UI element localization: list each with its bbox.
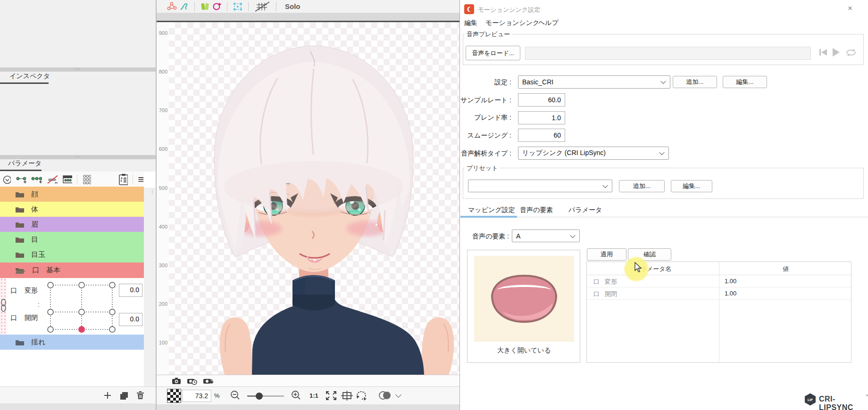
ruler-tick: 200 — [157, 301, 167, 307]
group-row-eye[interactable]: 目 — [0, 232, 144, 247]
rotate-view-icon[interactable] — [355, 391, 367, 401]
folder-icon — [15, 339, 25, 346]
keyform-editor-icon[interactable] — [62, 175, 72, 184]
trash-icon[interactable] — [136, 391, 144, 400]
tab-audio-elements[interactable]: 音声の要素 — [520, 206, 553, 214]
collapse-all-icon[interactable] — [3, 175, 11, 184]
smoothing-field[interactable]: 60 — [518, 129, 565, 142]
blend-ratio-label: ブレンド率 : — [460, 114, 511, 122]
motion-sync-dialog: モーションシンク設定 × 編集 モーションシンク ヘルプ 音声プレビュー 音声を… — [459, 0, 868, 410]
toolbar-separator — [133, 174, 133, 185]
model-canvas[interactable] — [169, 22, 459, 375]
audio-element-select[interactable]: A — [512, 230, 580, 242]
tab-parameter[interactable]: パラメータ — [8, 159, 42, 168]
sample-rate-field[interactable]: 60.0 — [518, 93, 565, 107]
menu-motionsync[interactable]: モーションシンク — [485, 19, 539, 27]
group-row-eyeball[interactable]: 目玉 — [0, 247, 144, 262]
top-empty-pane — [0, 0, 156, 67]
column-header-name[interactable]: パラメータ名 — [587, 265, 719, 273]
row-name: 変形 — [605, 278, 617, 286]
preset-add-button[interactable]: 追加... — [619, 180, 665, 192]
ruler-tick: 500 — [157, 185, 167, 191]
param-value-field-2[interactable]: 0.0 — [119, 313, 142, 326]
ruler-tick: 100 — [157, 340, 167, 345]
bounding-box-icon[interactable] — [233, 2, 242, 11]
drag-dots-icon[interactable]: ⋮ — [150, 190, 155, 193]
group-color-strip — [0, 278, 7, 335]
loop-icon[interactable] — [845, 49, 857, 56]
preset-legend: プリセット — [465, 164, 500, 172]
tab-parameters[interactable]: パラメータ — [568, 206, 602, 214]
camera-export-icon[interactable] — [203, 377, 214, 385]
camera-history-icon[interactable] — [187, 377, 197, 385]
chain-link-icon[interactable] — [0, 299, 7, 312]
group-row-mouth-basic[interactable]: 口 基本 — [0, 262, 144, 278]
param-2d-grid[interactable] — [47, 281, 116, 333]
menu-edit[interactable]: 編集 — [464, 19, 477, 27]
preset-edit-button[interactable]: 編集... — [671, 180, 712, 192]
zoom-slider[interactable] — [247, 395, 284, 397]
analysis-type-value: リップシンク (CRI LipSync) — [522, 149, 606, 157]
load-audio-button[interactable]: 音声をロード... — [466, 46, 520, 60]
play-icon[interactable] — [832, 48, 840, 57]
fit-view-icon[interactable] — [325, 390, 337, 401]
setting-edit-button[interactable]: 編集... — [723, 76, 767, 88]
group-row-brow[interactable]: 眉 — [0, 217, 144, 232]
mesh-edit-icon[interactable] — [166, 2, 177, 11]
setting-select[interactable]: Basic_CRI — [518, 75, 670, 89]
ruler-tick: 800 — [157, 69, 167, 74]
zoom-level-field[interactable]: 73.2 — [182, 390, 211, 402]
deformer-icon[interactable] — [200, 2, 210, 11]
vertical-ruler: 900 800 700 600 500 400 300 200 100 0 — [157, 22, 169, 375]
ruler-tick: 400 — [157, 224, 167, 230]
table-row[interactable]: 口 開閉 1.00 — [587, 287, 852, 300]
scroll-gutter[interactable]: ⋮ — [144, 188, 156, 387]
tab-mapping-settings[interactable]: マッピング設定 — [468, 206, 515, 214]
group-row-body[interactable]: 体 — [0, 202, 144, 217]
actual-size-button[interactable]: 1:1 — [309, 392, 318, 399]
add-keyframe-2-icon[interactable] — [16, 175, 26, 184]
skip-start-icon[interactable] — [818, 48, 828, 57]
preset-select[interactable] — [468, 180, 612, 192]
close-icon[interactable]: × — [848, 4, 852, 13]
group-row-face[interactable]: 顔 — [0, 187, 144, 202]
analysis-type-select[interactable]: リップシンク (CRI LipSync) — [518, 147, 669, 160]
chevron-down-icon[interactable] — [395, 392, 401, 398]
panel-splitter-2[interactable]: ⋯ — [0, 155, 156, 159]
zoom-out-icon[interactable] — [230, 390, 241, 401]
sample-rate-label: サンプルレート : — [460, 96, 511, 105]
setting-add-button[interactable]: 追加... — [673, 76, 717, 88]
frame-bounds-icon[interactable] — [341, 391, 353, 401]
solo-label[interactable]: Solo — [285, 2, 300, 10]
param-value-field-1[interactable]: 0.0 — [119, 284, 142, 297]
rotate-deformer-icon[interactable] — [212, 2, 221, 11]
waveform-field[interactable] — [525, 47, 811, 60]
zoom-slider-knob[interactable] — [256, 393, 263, 400]
clipboard-icon[interactable] — [118, 173, 128, 186]
bottom-strip — [157, 404, 459, 410]
dots-grid-icon[interactable] — [82, 174, 91, 185]
duplicate-icon[interactable] — [119, 391, 129, 400]
zoom-in-icon[interactable] — [291, 390, 301, 401]
group-label: 目玉 — [31, 250, 45, 259]
remove-keyform-icon[interactable] — [47, 174, 58, 185]
folder-icon — [15, 236, 25, 243]
folder-icon — [15, 206, 25, 213]
apply-button[interactable]: 適用 — [587, 248, 626, 261]
logo-trademark: ™ — [866, 394, 868, 398]
grid-off-icon[interactable] — [254, 1, 270, 12]
timeline-band[interactable] — [157, 13, 459, 21]
tab-inspector[interactable]: インスペクタ — [9, 72, 50, 81]
camera-icon[interactable] — [172, 377, 181, 385]
add-keyframe-3-icon[interactable] — [31, 175, 42, 184]
column-header-value[interactable]: 値 — [719, 265, 852, 273]
menu-help[interactable]: ヘルプ — [538, 19, 559, 27]
menu-icon[interactable]: ≡ — [138, 175, 144, 184]
add-parameter-icon[interactable] — [103, 391, 112, 400]
background-swatch[interactable] — [167, 389, 181, 403]
path-edit-icon[interactable] — [179, 2, 189, 11]
group-row-sway[interactable]: 揺れ — [0, 335, 144, 350]
panel-splitter[interactable]: ⋯ — [0, 67, 156, 72]
blend-ratio-field[interactable]: 1.0 — [518, 111, 565, 124]
blend-mode-icon[interactable] — [378, 391, 392, 401]
